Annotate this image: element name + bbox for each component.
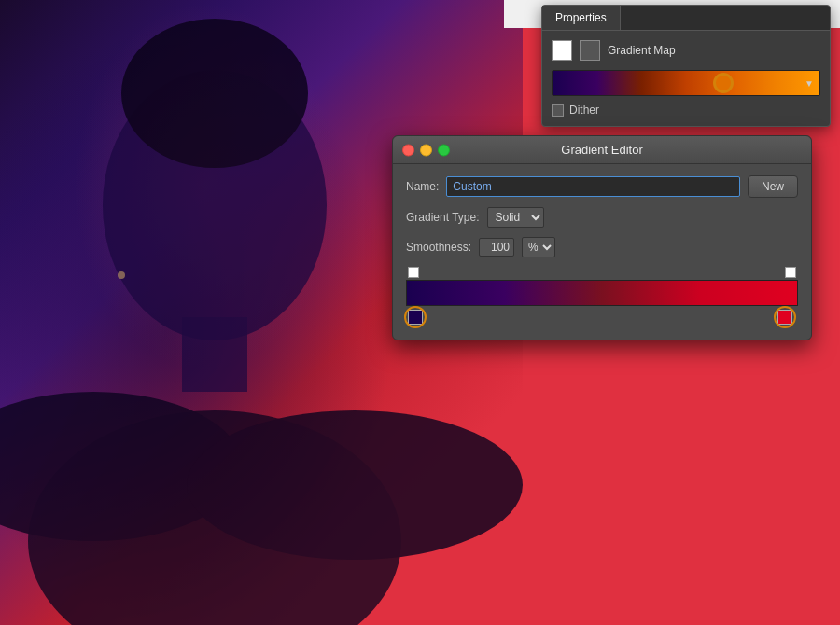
svg-rect-3 [182, 317, 247, 392]
gradient-area [406, 267, 798, 328]
tab-properties-label: Properties [555, 11, 607, 24]
smoothness-row: Smoothness: % [406, 237, 798, 257]
name-input[interactable] [446, 176, 740, 197]
gradient-bar[interactable] [406, 280, 798, 306]
color-stop-swatch-right [777, 310, 792, 325]
name-label: Name: [406, 180, 439, 193]
minimize-button[interactable] [420, 144, 432, 156]
new-button[interactable]: New [748, 175, 798, 198]
svg-point-6 [118, 271, 125, 279]
gradient-type-select[interactable]: Solid Noise [487, 207, 544, 228]
properties-tab-bar: Properties [542, 6, 830, 31]
opacity-stop-left[interactable] [408, 267, 419, 278]
gradient-map-icon-white [552, 40, 572, 61]
svg-point-2 [121, 19, 308, 168]
gradient-editor-title: Gradient Editor [561, 143, 642, 157]
dither-row: Dither [552, 104, 820, 117]
color-stop-right[interactable] [777, 310, 796, 328]
color-stop-left[interactable] [408, 310, 427, 328]
close-button[interactable] [402, 144, 414, 156]
gradient-preview-handle[interactable] [713, 73, 734, 93]
color-stop-swatch-left [408, 310, 423, 325]
gradient-editor-body: Name: New Gradient Type: Solid Noise Smo… [393, 164, 811, 340]
dither-checkbox[interactable] [552, 104, 564, 117]
gradient-type-label: Gradient Type: [406, 211, 480, 224]
top-opacity-stops [406, 267, 798, 278]
gradient-editor-titlebar: Gradient Editor [393, 136, 811, 164]
smoothness-unit-select[interactable]: % [522, 237, 555, 257]
traffic-lights [402, 144, 450, 156]
dither-label: Dither [569, 104, 599, 117]
gradient-preview-bar[interactable]: ▼ [552, 70, 820, 96]
properties-content: Gradient Map ▼ Dither [542, 31, 830, 126]
color-stops-row [406, 306, 798, 328]
name-row: Name: New [406, 175, 798, 198]
gradient-preview-arrow: ▼ [805, 78, 814, 89]
gradient-map-icon-dark [580, 40, 600, 61]
gradient-map-row: Gradient Map [552, 40, 820, 61]
smoothness-label: Smoothness: [406, 241, 471, 254]
gradient-type-row: Gradient Type: Solid Noise [406, 207, 798, 228]
gradient-editor-panel: Gradient Editor Name: New Gradient Type:… [392, 135, 812, 340]
maximize-button[interactable] [438, 144, 450, 156]
tab-properties[interactable]: Properties [542, 6, 621, 30]
gradient-map-label: Gradient Map [608, 44, 676, 57]
smoothness-input[interactable] [479, 238, 514, 257]
properties-panel: Properties Gradient Map ▼ Dither [541, 5, 831, 127]
opacity-stop-right[interactable] [785, 267, 796, 278]
svg-point-5 [187, 410, 523, 560]
